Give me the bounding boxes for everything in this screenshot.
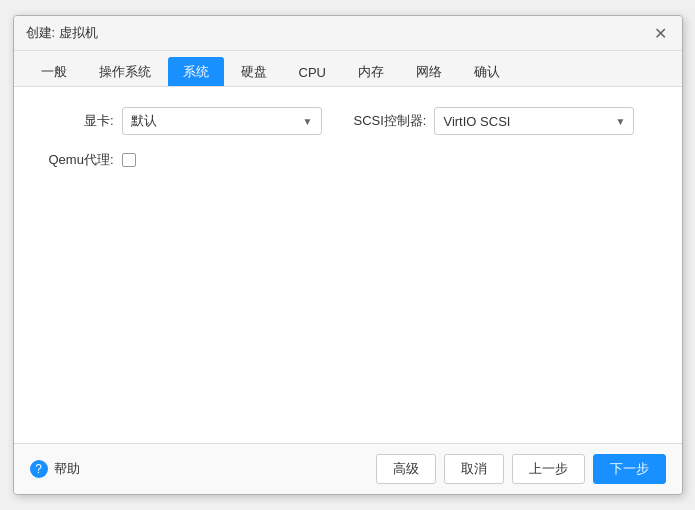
footer: ? 帮助 高级 取消 上一步 下一步 — [14, 443, 682, 494]
window-title: 创建: 虚拟机 — [26, 24, 98, 42]
help-section: ? 帮助 — [30, 460, 80, 478]
qemu-row: Qemu代理: — [34, 151, 662, 169]
display-col: 显卡: 默认 ▼ — [34, 107, 354, 135]
tab-system[interactable]: 系统 — [168, 57, 224, 86]
qemu-checkbox[interactable] — [122, 153, 136, 167]
tab-os[interactable]: 操作系统 — [84, 57, 166, 86]
next-button[interactable]: 下一步 — [593, 454, 666, 484]
help-icon-text: ? — [35, 462, 42, 476]
display-select[interactable]: 默认 ▼ — [122, 107, 322, 135]
display-scsi-row: 显卡: 默认 ▼ SCSI控制器: VirtIO SCSI ▼ — [34, 107, 662, 135]
qemu-checkbox-container — [122, 153, 136, 167]
form-content: 显卡: 默认 ▼ SCSI控制器: VirtIO SCSI ▼ Qemu代理: — [14, 87, 682, 443]
tab-bar: 一般 操作系统 系统 硬盘 CPU 内存 网络 确认 — [14, 51, 682, 87]
scsi-col: SCSI控制器: VirtIO SCSI ▼ — [354, 107, 662, 135]
back-button[interactable]: 上一步 — [512, 454, 585, 484]
tab-confirm[interactable]: 确认 — [459, 57, 515, 86]
main-window: 创建: 虚拟机 ✕ 一般 操作系统 系统 硬盘 CPU 内存 网络 确认 显卡:… — [13, 15, 683, 495]
scsi-value: VirtIO SCSI — [443, 114, 510, 129]
tab-memory[interactable]: 内存 — [343, 57, 399, 86]
display-chevron-icon: ▼ — [303, 116, 313, 127]
scsi-chevron-icon: ▼ — [616, 116, 626, 127]
action-buttons: 高级 取消 上一步 下一步 — [376, 454, 666, 484]
tab-general[interactable]: 一般 — [26, 57, 82, 86]
scsi-select[interactable]: VirtIO SCSI ▼ — [434, 107, 634, 135]
display-label: 显卡: — [34, 112, 114, 130]
qemu-label: Qemu代理: — [34, 151, 114, 169]
cancel-button[interactable]: 取消 — [444, 454, 504, 484]
tab-disk[interactable]: 硬盘 — [226, 57, 282, 86]
advanced-button[interactable]: 高级 — [376, 454, 436, 484]
display-value: 默认 — [131, 112, 157, 130]
help-icon[interactable]: ? — [30, 460, 48, 478]
title-bar: 创建: 虚拟机 ✕ — [14, 16, 682, 51]
tab-cpu[interactable]: CPU — [284, 59, 341, 85]
scsi-label: SCSI控制器: — [354, 112, 427, 130]
tab-network[interactable]: 网络 — [401, 57, 457, 86]
close-button[interactable]: ✕ — [652, 24, 670, 42]
help-label: 帮助 — [54, 460, 80, 478]
